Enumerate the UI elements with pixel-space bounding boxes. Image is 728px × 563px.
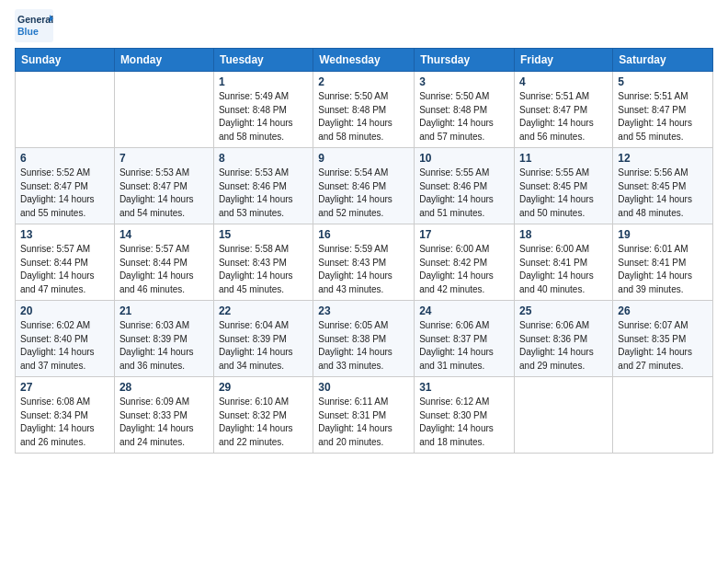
header: General Blue [15, 9, 713, 42]
day-number: 26 [618, 304, 708, 317]
day-cell [16, 72, 115, 148]
day-number: 28 [119, 381, 209, 394]
day-number: 22 [219, 304, 308, 317]
day-cell: 23Sunrise: 6:05 AMSunset: 8:38 PMDayligh… [313, 301, 415, 377]
day-cell [515, 377, 613, 454]
week-row-1: 1Sunrise: 5:49 AMSunset: 8:48 PMDaylight… [16, 72, 713, 148]
day-detail: Sunrise: 5:52 AMSunset: 8:47 PMDaylight:… [20, 167, 109, 220]
day-cell [114, 72, 213, 148]
day-cell: 8Sunrise: 5:53 AMSunset: 8:46 PMDaylight… [213, 148, 313, 224]
day-detail: Sunrise: 6:00 AMSunset: 8:42 PMDaylight:… [419, 243, 509, 296]
day-detail: Sunrise: 6:01 AMSunset: 8:41 PMDaylight:… [618, 243, 708, 296]
day-number: 14 [119, 228, 209, 241]
day-cell: 27Sunrise: 6:08 AMSunset: 8:34 PMDayligh… [16, 377, 115, 454]
logo-svg: General Blue [15, 9, 53, 42]
day-cell: 16Sunrise: 5:59 AMSunset: 8:43 PMDayligh… [313, 224, 415, 301]
day-cell: 15Sunrise: 5:58 AMSunset: 8:43 PMDayligh… [213, 224, 313, 301]
day-cell: 22Sunrise: 6:04 AMSunset: 8:39 PMDayligh… [213, 301, 313, 377]
day-cell: 3Sunrise: 5:50 AMSunset: 8:48 PMDaylight… [415, 72, 515, 148]
day-cell: 10Sunrise: 5:55 AMSunset: 8:46 PMDayligh… [415, 148, 515, 224]
day-number: 15 [219, 228, 308, 241]
day-detail: Sunrise: 6:06 AMSunset: 8:36 PMDaylight:… [519, 319, 608, 373]
day-number: 16 [318, 228, 409, 241]
day-cell: 4Sunrise: 5:51 AMSunset: 8:47 PMDaylight… [515, 72, 613, 148]
day-detail: Sunrise: 5:51 AMSunset: 8:47 PMDaylight:… [618, 90, 708, 144]
day-number: 30 [318, 381, 409, 394]
day-cell: 12Sunrise: 5:56 AMSunset: 8:45 PMDayligh… [613, 148, 713, 224]
day-detail: Sunrise: 5:58 AMSunset: 8:43 PMDaylight:… [219, 243, 308, 296]
day-cell: 17Sunrise: 6:00 AMSunset: 8:42 PMDayligh… [415, 224, 515, 301]
page: General Blue SundayMondayTuesdayWednesda… [0, 0, 728, 563]
day-detail: Sunrise: 5:50 AMSunset: 8:48 PMDaylight:… [419, 90, 509, 144]
day-detail: Sunrise: 5:51 AMSunset: 8:47 PMDaylight:… [519, 90, 608, 144]
day-detail: Sunrise: 5:53 AMSunset: 8:46 PMDaylight:… [219, 167, 308, 220]
day-detail: Sunrise: 5:54 AMSunset: 8:46 PMDaylight:… [318, 167, 409, 220]
day-cell: 25Sunrise: 6:06 AMSunset: 8:36 PMDayligh… [515, 301, 613, 377]
day-cell: 11Sunrise: 5:55 AMSunset: 8:45 PMDayligh… [515, 148, 613, 224]
day-number: 23 [318, 304, 409, 317]
day-number: 12 [618, 152, 708, 165]
day-cell: 2Sunrise: 5:50 AMSunset: 8:48 PMDaylight… [313, 72, 415, 148]
day-detail: Sunrise: 6:02 AMSunset: 8:40 PMDaylight:… [20, 319, 109, 373]
day-detail: Sunrise: 6:12 AMSunset: 8:30 PMDaylight:… [419, 396, 509, 449]
logo: General Blue [15, 9, 53, 42]
day-cell: 1Sunrise: 5:49 AMSunset: 8:48 PMDaylight… [213, 72, 313, 148]
day-cell: 30Sunrise: 6:11 AMSunset: 8:31 PMDayligh… [313, 377, 415, 454]
day-number: 4 [519, 75, 608, 88]
week-row-4: 20Sunrise: 6:02 AMSunset: 8:40 PMDayligh… [16, 301, 713, 377]
svg-text:Blue: Blue [17, 26, 39, 37]
day-number: 17 [419, 228, 509, 241]
col-header-sunday: Sunday [16, 49, 115, 72]
week-row-3: 13Sunrise: 5:57 AMSunset: 8:44 PMDayligh… [16, 224, 713, 301]
day-cell: 28Sunrise: 6:09 AMSunset: 8:33 PMDayligh… [114, 377, 213, 454]
day-detail: Sunrise: 6:08 AMSunset: 8:34 PMDaylight:… [20, 396, 109, 449]
day-number: 25 [519, 304, 608, 317]
day-detail: Sunrise: 6:00 AMSunset: 8:41 PMDaylight:… [519, 243, 608, 296]
day-number: 27 [20, 381, 109, 394]
day-detail: Sunrise: 5:53 AMSunset: 8:47 PMDaylight:… [119, 167, 209, 220]
day-detail: Sunrise: 6:04 AMSunset: 8:39 PMDaylight:… [219, 319, 308, 373]
day-detail: Sunrise: 5:50 AMSunset: 8:48 PMDaylight:… [318, 90, 409, 144]
day-number: 2 [318, 75, 409, 88]
day-number: 29 [219, 381, 308, 394]
col-header-monday: Monday [114, 49, 213, 72]
day-number: 19 [618, 228, 708, 241]
day-cell: 29Sunrise: 6:10 AMSunset: 8:32 PMDayligh… [213, 377, 313, 454]
col-header-tuesday: Tuesday [213, 49, 313, 72]
day-cell: 24Sunrise: 6:06 AMSunset: 8:37 PMDayligh… [415, 301, 515, 377]
svg-text:General: General [17, 14, 53, 25]
day-detail: Sunrise: 5:55 AMSunset: 8:46 PMDaylight:… [419, 167, 509, 220]
day-cell: 13Sunrise: 5:57 AMSunset: 8:44 PMDayligh… [16, 224, 115, 301]
day-number: 24 [419, 304, 509, 317]
day-cell: 26Sunrise: 6:07 AMSunset: 8:35 PMDayligh… [613, 301, 713, 377]
col-header-friday: Friday [515, 49, 613, 72]
col-header-thursday: Thursday [415, 49, 515, 72]
col-header-wednesday: Wednesday [313, 49, 415, 72]
day-cell: 21Sunrise: 6:03 AMSunset: 8:39 PMDayligh… [114, 301, 213, 377]
day-cell: 6Sunrise: 5:52 AMSunset: 8:47 PMDaylight… [16, 148, 115, 224]
calendar-header-row: SundayMondayTuesdayWednesdayThursdayFrid… [16, 49, 713, 72]
day-number: 6 [20, 152, 109, 165]
day-detail: Sunrise: 6:03 AMSunset: 8:39 PMDaylight:… [119, 319, 209, 373]
day-cell: 5Sunrise: 5:51 AMSunset: 8:47 PMDaylight… [613, 72, 713, 148]
day-cell: 18Sunrise: 6:00 AMSunset: 8:41 PMDayligh… [515, 224, 613, 301]
day-number: 8 [219, 152, 308, 165]
day-detail: Sunrise: 6:07 AMSunset: 8:35 PMDaylight:… [618, 319, 708, 373]
col-header-saturday: Saturday [613, 49, 713, 72]
day-cell: 19Sunrise: 6:01 AMSunset: 8:41 PMDayligh… [613, 224, 713, 301]
day-number: 21 [119, 304, 209, 317]
week-row-2: 6Sunrise: 5:52 AMSunset: 8:47 PMDaylight… [16, 148, 713, 224]
day-number: 10 [419, 152, 509, 165]
week-row-5: 27Sunrise: 6:08 AMSunset: 8:34 PMDayligh… [16, 377, 713, 454]
calendar-table: SundayMondayTuesdayWednesdayThursdayFrid… [15, 48, 713, 454]
day-cell [613, 377, 713, 454]
day-detail: Sunrise: 6:10 AMSunset: 8:32 PMDaylight:… [219, 396, 308, 449]
day-detail: Sunrise: 5:49 AMSunset: 8:48 PMDaylight:… [219, 90, 308, 144]
day-detail: Sunrise: 5:56 AMSunset: 8:45 PMDaylight:… [618, 167, 708, 220]
day-detail: Sunrise: 5:57 AMSunset: 8:44 PMDaylight:… [20, 243, 109, 296]
day-cell: 9Sunrise: 5:54 AMSunset: 8:46 PMDaylight… [313, 148, 415, 224]
day-detail: Sunrise: 5:55 AMSunset: 8:45 PMDaylight:… [519, 167, 608, 220]
day-number: 11 [519, 152, 608, 165]
day-detail: Sunrise: 6:06 AMSunset: 8:37 PMDaylight:… [419, 319, 509, 373]
day-cell: 31Sunrise: 6:12 AMSunset: 8:30 PMDayligh… [415, 377, 515, 454]
